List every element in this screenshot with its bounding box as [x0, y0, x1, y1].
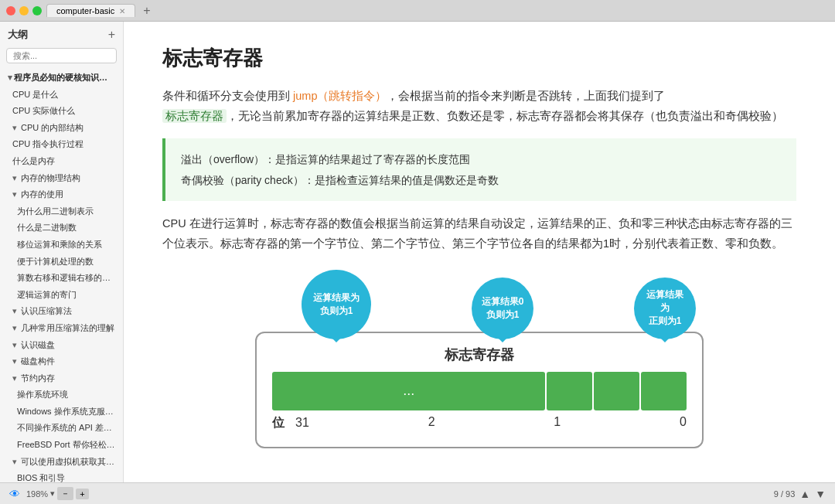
tree-item[interactable]: FreeBSD Port 帮你轻松使...	[0, 437, 123, 454]
cell-bit2	[547, 372, 592, 410]
bit-0: 0	[680, 415, 687, 431]
register-numbers: 位 31 2 1 0	[272, 410, 687, 431]
tree-item[interactable]: 为什么用二进制表示	[0, 203, 123, 220]
zoom-plus-button[interactable]: +	[76, 489, 88, 499]
zoom-control: 198% ▾ － +	[26, 487, 89, 500]
info-box: 溢出（overflow）：是指运算的结果超过了寄存器的长度范围 奇偶校验（par…	[162, 138, 796, 201]
tree-item[interactable]: 便于计算机处理的数	[0, 254, 123, 271]
tree-item[interactable]: ▾ 可以使用虚拟机获取其他环境	[0, 454, 123, 471]
tree-item[interactable]: ▾程序员必知的硬核知识大全	[0, 70, 123, 87]
bit-1: 1	[554, 415, 561, 431]
visibility-icon[interactable]: 👁	[9, 488, 20, 500]
sidebar-title: 大纲	[8, 28, 28, 42]
paragraph-2: CPU 在进行运算时，标志寄存器的数值会根据当前运算的结果自动设定，运算结果的正…	[162, 213, 796, 254]
bit-label-row: 位 31	[272, 415, 309, 431]
next-page-button[interactable]: ▼	[815, 488, 826, 500]
window-controls	[6, 6, 42, 15]
register-label: 标志寄存器	[272, 346, 687, 364]
bubble-left: 运算结果为负则为1	[302, 270, 371, 339]
register-cells: ...	[272, 372, 687, 410]
tree-item[interactable]: ▾ 认识压缩算法	[0, 303, 123, 320]
sidebar-search-input[interactable]	[6, 48, 117, 63]
bubble-right-text: 运算结果为正则为1	[643, 288, 687, 327]
zoom-level: 198%	[26, 489, 48, 499]
tree-item[interactable]: CPU 指令执行过程	[0, 136, 123, 153]
info-line2: 奇偶校验（parity check）：是指检查运算结果的值是偶数还是奇数	[181, 170, 781, 191]
bubble-left-text: 运算结果为负则为1	[311, 291, 362, 318]
tree-item[interactable]: ▾ 磁盘构件	[0, 353, 123, 370]
prev-page-button[interactable]: ▲	[799, 488, 810, 500]
tree-item[interactable]: 逻辑运算的寄门	[0, 287, 123, 304]
bubble-right: 运算结果为正则为1	[634, 278, 696, 339]
tree-item[interactable]: ▾ 认识磁盘	[0, 337, 123, 354]
maximize-button[interactable]	[32, 6, 42, 15]
tree-item[interactable]: ▾ 内存的物理结构	[0, 170, 123, 187]
page-heading: 标志寄存器	[162, 45, 796, 72]
bottom-left: 👁 198% ▾ － +	[9, 487, 89, 500]
sidebar-add-button[interactable]: +	[108, 28, 115, 42]
tree-item[interactable]: Windows 操作系统克服了C...	[0, 404, 123, 421]
new-tab-button[interactable]: +	[143, 5, 150, 17]
tree-item[interactable]: BIOS 和引导	[0, 470, 123, 482]
minimize-button[interactable]	[19, 6, 29, 15]
paragraph-1: 条件和循环分支会使用到 jump（跳转指令），会根据当前的指令来判断是否跳转，上…	[162, 86, 796, 126]
cell-dots: ...	[403, 383, 414, 399]
bubbles-row: 运算结果为负则为1 运算结果0负则为1 运算结果为正则为1	[255, 270, 704, 339]
tree-item[interactable]: CPU 是什么	[0, 87, 123, 104]
sidebar-header: 大纲 +	[0, 22, 123, 45]
browser-tab[interactable]: computer-basic ✕	[46, 4, 135, 17]
register-diagram: 标志寄存器 ... 位 31 2 1 0	[255, 332, 704, 448]
register-highlight: 标志寄存器	[162, 109, 227, 123]
bottom-bar: 👁 198% ▾ － + 9 / 93 ▲ ▼	[0, 482, 835, 504]
title-bar: computer-basic ✕ +	[0, 0, 835, 22]
tree-item[interactable]: ▾ 几种常用压缩算法的理解	[0, 320, 123, 337]
info-line1: 溢出（overflow）：是指运算的结果超过了寄存器的长度范围	[181, 149, 781, 170]
jump-highlight: jump（跳转指令）	[293, 90, 387, 102]
tab-title: computer-basic	[56, 6, 114, 15]
cell-bit0	[641, 372, 687, 410]
tree-item[interactable]: ▾ 内存的使用	[0, 186, 123, 203]
content-area[interactable]: 标志寄存器 条件和循环分支会使用到 jump（跳转指令），会根据当前的指令来判断…	[124, 22, 835, 482]
diagram-area: 运算结果为负则为1 运算结果0负则为1 运算结果为正则为1 标志寄存器 ...	[162, 270, 796, 448]
zoom-dropdown-icon[interactable]: ▾	[50, 489, 55, 499]
tree-item[interactable]: 什么是内存	[0, 153, 123, 170]
bit-31: 31	[295, 416, 309, 430]
bit-2: 2	[428, 415, 435, 431]
bubble-center: 运算结果0负则为1	[472, 278, 533, 339]
cell-bit1	[594, 372, 639, 410]
bottom-right: 9 / 93 ▲ ▼	[768, 488, 826, 500]
close-button[interactable]	[6, 6, 15, 15]
para1-text3: ，无论当前累加寄存器的运算结果是正数、负数还是零，标志寄存器都会将其保存（也负责…	[227, 110, 783, 122]
tree-item[interactable]: 算数右移和逻辑右移的区别	[0, 270, 123, 287]
para1-text2: ，会根据当前的指令来判断是否跳转，上面我们提到了	[387, 90, 665, 102]
tree-item[interactable]: 什么是二进制数	[0, 220, 123, 237]
para1-text1: 条件和循环分支会使用到	[162, 90, 293, 102]
zoom-minus-button[interactable]: －	[57, 487, 73, 500]
tree-item[interactable]: 操作系统环境	[0, 387, 123, 404]
tree-item[interactable]: ▾ CPU 的内部结构	[0, 120, 123, 137]
page-info: 9 / 93	[774, 489, 796, 499]
bubble-center-text: 运算结果0负则为1	[482, 295, 524, 322]
tree-item[interactable]: CPU 实际做什么	[0, 103, 123, 120]
tree-item[interactable]: ▾ 节约内存	[0, 370, 123, 387]
main-layout: 大纲 + ▾程序员必知的硬核知识大全 CPU 是什么 CPU 实际做什么 ▾ C…	[0, 22, 835, 482]
tree-item[interactable]: 不同操作系统的 API 差异性	[0, 420, 123, 437]
bit-label: 位	[272, 415, 285, 431]
tree-item[interactable]: 移位运算和乘除的关系	[0, 237, 123, 254]
sidebar: 大纲 + ▾程序员必知的硬核知识大全 CPU 是什么 CPU 实际做什么 ▾ C…	[0, 22, 124, 482]
tab-close-icon[interactable]: ✕	[119, 7, 125, 15]
cell-wide: ...	[272, 372, 545, 410]
sidebar-tree: ▾程序员必知的硬核知识大全 CPU 是什么 CPU 实际做什么 ▾ CPU 的内…	[0, 66, 123, 482]
